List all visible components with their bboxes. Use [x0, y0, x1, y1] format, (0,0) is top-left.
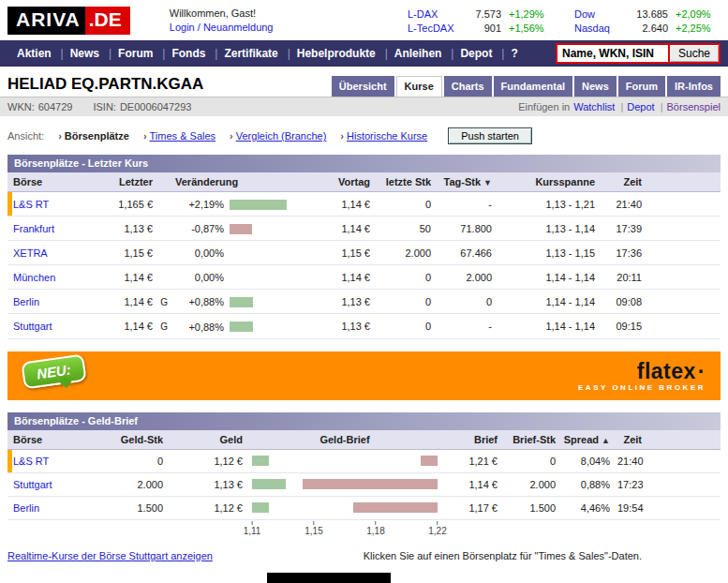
view-label: Ansicht:: [7, 130, 44, 142]
index-link-nasdaq[interactable]: Nasdaq: [574, 22, 627, 34]
ariva-logo[interactable]: ARIVA .DE: [7, 7, 130, 35]
col-boerse[interactable]: Börse: [7, 172, 97, 192]
col-spread[interactable]: Spread▲: [559, 430, 614, 450]
col-letzte-stk[interactable]: letzte Stk: [374, 172, 435, 192]
view-item-historische: ›Historische Kurse: [340, 130, 427, 142]
col-vortag[interactable]: Vortag: [304, 172, 374, 192]
tab-charts[interactable]: Charts: [444, 76, 492, 97]
tab-forum[interactable]: Forum: [618, 76, 665, 97]
spread-percent: 0,88%: [559, 472, 614, 496]
push-start-button[interactable]: Push starten: [448, 127, 532, 144]
search-input[interactable]: [557, 45, 668, 62]
last-volume: 2.000: [374, 241, 435, 265]
day-volume: 67.466: [435, 241, 496, 265]
tab-ir-infos[interactable]: IR-Infos: [667, 76, 721, 97]
nav-item-help[interactable]: ?: [501, 47, 527, 60]
quote-time: 09:15: [599, 314, 721, 338]
bid-ask-section-header: Börsenplätze - Geld-Brief: [7, 412, 721, 430]
flatex-ad-banner[interactable]: NEU: flatex· EASY ONLINE BROKER: [7, 351, 721, 400]
nav-item-zertifikate[interactable]: Zertifikate: [215, 47, 287, 60]
boerse-link-stuttgart[interactable]: Stuttgart: [13, 479, 52, 490]
boerse-link-berlin[interactable]: Berlin: [13, 296, 39, 307]
nav-item-hebelprodukte[interactable]: Hebelprodukte: [288, 47, 385, 60]
vergleich-link[interactable]: Vergleich (Branche): [236, 130, 327, 142]
bid-bar: [252, 456, 269, 466]
col-brief[interactable]: Brief: [443, 430, 501, 450]
tab-news[interactable]: News: [574, 76, 617, 97]
nav-item-aktien[interactable]: Aktien: [7, 47, 61, 60]
col-boerse[interactable]: Börse: [7, 430, 97, 450]
table-row: Stuttgart 1,14 €G +0,88% 1,13 € 0 - 1,14…: [7, 314, 721, 338]
col-veraenderung[interactable]: Veränderung: [171, 172, 304, 192]
tick-mark: [375, 521, 376, 525]
col-tag-stk[interactable]: Tag-Stk▼: [435, 172, 496, 192]
bid-ask-spread-chart: [252, 456, 438, 466]
bid-bar: [252, 502, 269, 513]
nav-item-depot[interactable]: Depot: [451, 47, 501, 60]
boerse-link-muenchen[interactable]: München: [13, 272, 55, 283]
col-geld-stk[interactable]: Geld-Stk: [97, 430, 167, 450]
wkn-value: 604729: [38, 101, 73, 112]
historische-kurse-link[interactable]: Historische Kurse: [347, 130, 427, 142]
ask-bar: [353, 502, 438, 513]
col-brief-stk[interactable]: Brief-Stk: [501, 430, 559, 450]
col-zeit[interactable]: Zeit: [599, 172, 721, 192]
times-sales-link[interactable]: Times & Sales: [150, 130, 216, 142]
col-geld-brief[interactable]: Geld-Brief: [246, 430, 443, 450]
last-price: 1,13 €: [124, 223, 153, 234]
tab-fundamental[interactable]: Fundamental: [494, 76, 572, 97]
footer-row: Realtime-Kurse der Börse Stuttgart anzei…: [0, 541, 728, 567]
col-letzter[interactable]: Letzter: [97, 172, 171, 192]
change-percent: 0,00%: [175, 272, 224, 283]
boerse-link-stuttgart[interactable]: Stuttgart: [13, 321, 52, 332]
axis-tick: 1,15: [305, 521, 322, 536]
flatex-tagline: EASY ONLINE BROKER: [578, 383, 706, 392]
tab-uebersicht[interactable]: Übersicht: [332, 76, 394, 97]
add-to-depot-link[interactable]: Depot: [627, 101, 662, 112]
ask-bar: [303, 479, 438, 489]
crumb-arrow-icon: ›: [340, 130, 344, 142]
boerse-link-frankfurt[interactable]: Frankfurt: [13, 223, 54, 234]
index-value: 7.573: [460, 8, 501, 20]
col-kursspanne[interactable]: Kursspanne: [496, 172, 599, 192]
realtime-stuttgart-link[interactable]: Realtime-Kurse der Börse Stuttgart anzei…: [7, 550, 213, 561]
nav-item-forum[interactable]: Forum: [109, 47, 162, 60]
boerse-link-berlin[interactable]: Berlin: [13, 502, 39, 514]
last-volume: 50: [374, 217, 435, 241]
crumb-arrow-icon: ›: [58, 130, 62, 142]
times-sales-hint: Klicken Sie auf einen Börsenplatz für "T…: [364, 550, 642, 561]
nav-item-anleihen[interactable]: Anleihen: [385, 47, 452, 60]
last-volume: 0: [374, 265, 435, 290]
ask-price: 1,17 €: [443, 496, 501, 519]
boersenspiel-link[interactable]: Börsenspiel: [667, 101, 721, 112]
boerse-link-ls-rt[interactable]: L&S RT: [13, 456, 49, 467]
nav-item-fonds[interactable]: Fonds: [162, 47, 215, 60]
index-quote-dow: Dow 13.685 +2,09%: [574, 8, 721, 20]
bid-price: 1,12 €: [167, 496, 246, 519]
nav-item-news[interactable]: News: [61, 47, 109, 60]
index-link-ltecdax[interactable]: L-TecDAX: [408, 22, 460, 34]
bottom-ad-banner[interactable]: [267, 573, 391, 583]
col-zeit[interactable]: Zeit: [614, 430, 721, 450]
tab-kurse[interactable]: Kurse: [396, 76, 442, 97]
col-geld[interactable]: Geld: [167, 430, 246, 450]
ask-bar: [421, 456, 438, 466]
index-link-ldax[interactable]: L-DAX: [408, 8, 460, 20]
view-item-times-sales: ›Times & Sales: [143, 130, 215, 142]
day-volume: 71.800: [435, 217, 496, 241]
index-link-dow[interactable]: Dow: [574, 8, 627, 20]
login-link[interactable]: Login / Neuanmeldung: [170, 22, 274, 33]
logo-ariva-text: ARIVA: [7, 7, 85, 35]
bid-volume: 1.500: [97, 496, 167, 519]
table-row: Stuttgart 2.000 1,13 € 1,14 € 2.000 0,88…: [7, 472, 721, 496]
boerse-link-ls-rt[interactable]: L&S RT: [13, 199, 49, 210]
wkn-isin: WKN:604729ISIN:DE0006047293: [7, 101, 195, 112]
add-to-watchlist-link[interactable]: Watchlist: [573, 101, 623, 112]
tick-mark: [438, 521, 438, 525]
search-button[interactable]: Suche: [668, 45, 719, 62]
spread-percent: 8,04%: [559, 449, 614, 472]
boerse-link-xetra[interactable]: XETRA: [13, 247, 48, 259]
page-title: HELIAD EQ.PARTN.KGAA: [7, 75, 203, 94]
change-percent: +0,88%: [175, 321, 224, 333]
prev-close: 1,13 €: [304, 290, 374, 314]
